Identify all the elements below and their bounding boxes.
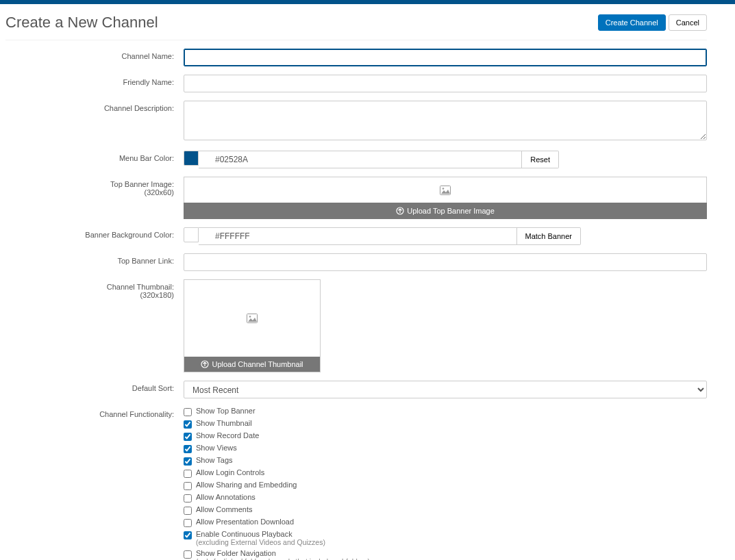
functionality-checklist: Show Top BannerShow ThumbnailShow Record… (184, 407, 707, 560)
friendly-name-input[interactable] (184, 75, 707, 92)
svg-point-1 (443, 188, 445, 190)
functionality-item[interactable]: Show Record Date (184, 431, 707, 441)
functionality-checkbox[interactable] (184, 470, 192, 478)
functionality-label: Show Tags (196, 456, 233, 464)
top-banner-image-label: Top Banner Image: (320x60) (5, 177, 184, 196)
functionality-label: Allow Sharing and Embedding (196, 481, 297, 489)
functionality-item[interactable]: Show Views (184, 444, 707, 453)
svg-point-4 (249, 316, 251, 318)
functionality-label: Allow Presentation Download (196, 518, 294, 526)
menu-bar-color-label: Menu Bar Color: (5, 151, 184, 162)
functionality-item[interactable]: Enable Continuous Playback(excluding Ext… (184, 530, 707, 546)
functionality-label: Enable Continuous Playback(excluding Ext… (196, 530, 325, 546)
menu-bar-color-reset-button[interactable]: Reset (522, 151, 559, 168)
banner-bg-color-label: Banner Background Color: (5, 227, 184, 239)
channel-functionality-label: Channel Functionality: (5, 407, 184, 418)
channel-thumbnail-label-sub: (320x180) (5, 291, 174, 299)
top-banner-link-label: Top Banner Link: (5, 253, 184, 265)
menu-bar-color-swatch[interactable] (184, 151, 199, 166)
friendly-name-label: Friendly Name: (5, 75, 184, 86)
functionality-checkbox[interactable] (184, 519, 192, 527)
channel-name-input[interactable] (184, 49, 707, 66)
functionality-checkbox[interactable] (184, 433, 192, 441)
channel-thumbnail-preview (184, 280, 320, 357)
banner-bg-color-input[interactable] (199, 227, 517, 245)
functionality-checkbox[interactable] (184, 482, 192, 490)
upload-icon (201, 360, 209, 368)
create-channel-button-top[interactable]: Create Channel (598, 14, 666, 31)
functionality-label: Allow Login Controls (196, 468, 264, 476)
header-button-row: Create Channel Cancel (598, 14, 707, 31)
functionality-checkbox[interactable] (184, 494, 192, 502)
functionality-checkbox[interactable] (184, 445, 192, 453)
channel-thumbnail-label-text: Channel Thumbnail: (107, 283, 174, 291)
functionality-checkbox[interactable] (184, 507, 192, 515)
top-banner-image-label-sub: (320x60) (5, 188, 174, 196)
functionality-sublabel: (excluding External Videos and Quizzes) (196, 538, 325, 546)
functionality-checkbox[interactable] (184, 408, 192, 416)
functionality-sublabel: (only for linked folder channels that in… (196, 557, 370, 560)
upload-top-banner-label: Upload Top Banner Image (407, 207, 495, 215)
channel-description-textarea[interactable] (184, 101, 707, 140)
match-banner-button[interactable]: Match Banner (517, 227, 581, 245)
cancel-button-top[interactable]: Cancel (669, 14, 707, 31)
top-banner-link-input[interactable] (184, 253, 707, 271)
functionality-item[interactable]: Allow Comments (184, 505, 707, 515)
functionality-label: Show Record Date (196, 431, 259, 440)
image-placeholder-icon (247, 314, 258, 323)
functionality-item[interactable]: Show Folder Navigation(only for linked f… (184, 549, 707, 560)
functionality-item[interactable]: Allow Login Controls (184, 468, 707, 478)
functionality-item[interactable]: Show Tags (184, 456, 707, 466)
functionality-label: Show Thumbnail (196, 419, 252, 427)
image-placeholder-icon (440, 186, 451, 195)
channel-thumbnail-label: Channel Thumbnail: (320x180) (5, 279, 184, 299)
menu-bar-color-input[interactable] (199, 151, 522, 168)
default-sort-label: Default Sort: (5, 381, 184, 392)
upload-channel-thumbnail-button[interactable]: Upload Channel Thumbnail (184, 357, 320, 372)
functionality-checkbox[interactable] (184, 420, 192, 429)
top-banner-image-label-text: Top Banner Image: (110, 180, 174, 188)
functionality-item[interactable]: Show Top Banner (184, 407, 707, 416)
default-sort-select[interactable]: Most Recent (184, 381, 707, 398)
channel-description-label: Channel Description: (5, 101, 184, 112)
functionality-item[interactable]: Allow Annotations (184, 493, 707, 502)
functionality-label: Show Top Banner (196, 407, 256, 415)
functionality-item[interactable]: Allow Presentation Download (184, 518, 707, 527)
upload-top-banner-button[interactable]: Upload Top Banner Image (184, 203, 707, 219)
top-banner-preview (184, 177, 707, 203)
banner-bg-color-swatch[interactable] (184, 227, 199, 242)
upload-channel-thumbnail-label: Upload Channel Thumbnail (212, 360, 303, 368)
page-title: Create a New Channel (5, 14, 158, 31)
functionality-item[interactable]: Show Thumbnail (184, 419, 707, 429)
functionality-label: Allow Annotations (196, 493, 256, 501)
functionality-label: Allow Comments (196, 505, 253, 513)
channel-name-label: Channel Name: (5, 49, 184, 60)
upload-icon (396, 207, 404, 215)
functionality-label: Show Folder Navigation(only for linked f… (196, 549, 370, 560)
functionality-checkbox[interactable] (184, 550, 192, 559)
functionality-label: Show Views (196, 444, 237, 452)
functionality-checkbox[interactable] (184, 457, 192, 466)
functionality-item[interactable]: Allow Sharing and Embedding (184, 481, 707, 490)
functionality-checkbox[interactable] (184, 531, 192, 539)
